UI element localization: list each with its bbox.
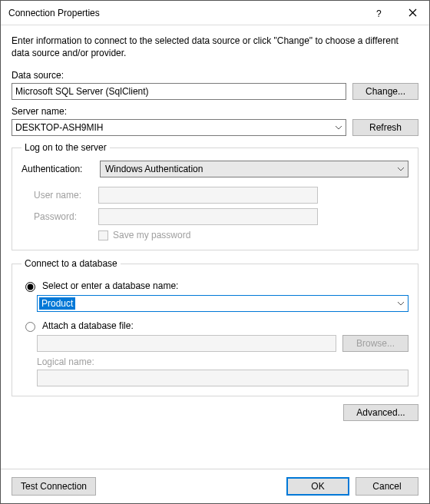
logical-name-label: Logical name: [37,356,408,367]
attach-db-radio-label: Attach a database file: [42,320,134,331]
ok-button[interactable]: OK [286,477,349,496]
server-name-combo[interactable] [12,119,346,136]
username-label: User name: [34,190,92,201]
chevron-down-icon[interactable] [394,167,408,171]
save-password-checkbox [98,230,108,240]
dialog-window: Connection Properties ? Enter informatio… [0,0,430,504]
svg-text:?: ? [376,8,382,18]
chevron-down-icon[interactable] [394,296,408,311]
username-input [98,187,318,204]
attach-db-radio[interactable] [25,322,35,332]
database-legend: Connect to a database [22,258,121,269]
logical-name-input [37,370,408,386]
help-button[interactable]: ? [362,1,395,25]
chevron-down-icon[interactable] [332,120,346,135]
window-title: Connection Properties [1,8,362,18]
database-group: Connect to a database Select or enter a … [12,258,418,396]
attach-db-radio-row[interactable]: Attach a database file: [22,320,408,332]
server-name-input[interactable] [12,120,332,135]
server-name-label: Server name: [12,106,418,117]
authentication-select[interactable]: Windows Authentication [100,161,408,177]
password-label: Password: [34,211,92,222]
dialog-content: Enter information to connect to the sele… [1,25,429,469]
data-source-field [12,83,346,100]
change-button[interactable]: Change... [352,83,418,100]
cancel-button[interactable]: Cancel [356,477,418,496]
browse-button: Browse... [342,335,408,352]
intro-text: Enter information to connect to the sele… [12,35,418,59]
logon-legend: Log on to the server [22,142,110,153]
select-db-radio[interactable] [25,282,35,292]
dialog-footer: Test Connection OK Cancel [1,469,429,503]
save-password-label: Save my password [113,230,190,240]
test-connection-button[interactable]: Test Connection [12,477,96,496]
logon-group: Log on to the server Authentication: Win… [12,142,418,250]
database-name-combo[interactable]: Product [37,295,408,312]
close-button[interactable] [395,1,429,25]
svg-line-1 [409,9,416,16]
database-name-value: Product [39,297,75,310]
titlebar: Connection Properties ? [1,1,429,25]
select-db-radio-row[interactable]: Select or enter a database name: [22,280,408,292]
svg-line-2 [409,9,416,16]
attach-file-input [37,335,336,352]
select-db-radio-label: Select or enter a database name: [42,280,178,291]
advanced-button[interactable]: Advanced... [343,404,418,421]
data-source-label: Data source: [12,70,418,81]
refresh-button[interactable]: Refresh [352,119,418,136]
authentication-label: Authentication: [22,164,92,174]
password-input [98,208,318,225]
authentication-value: Windows Authentication [101,164,394,174]
